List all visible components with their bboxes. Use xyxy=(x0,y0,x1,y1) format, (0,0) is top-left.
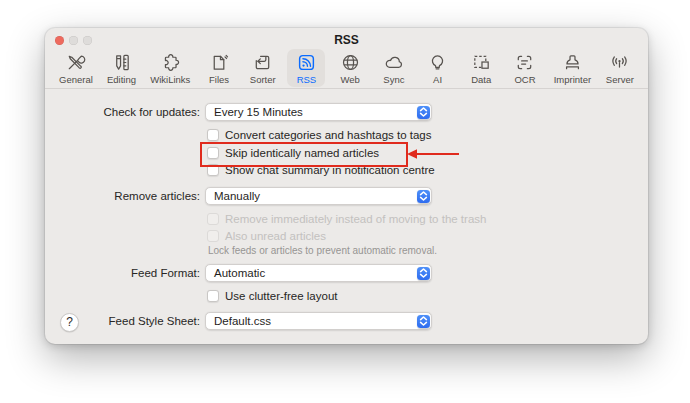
stepper-icon xyxy=(417,106,430,119)
data-frame-icon xyxy=(471,51,492,74)
puzzle-icon xyxy=(160,51,181,74)
feed-format-select[interactable]: Automatic xyxy=(205,264,432,282)
preferences-toolbar: General Editing WikiLi xyxy=(45,48,648,89)
toolbar-item-data[interactable]: Data xyxy=(462,49,500,87)
stepper-icon xyxy=(417,190,430,203)
toolbar-item-label: Files xyxy=(209,74,229,85)
annotation-arrow-icon xyxy=(406,146,461,164)
also-unread-checkbox xyxy=(207,230,219,242)
toolbar-item-label: Editing xyxy=(107,74,136,85)
toolbar-item-label: AI xyxy=(433,74,442,85)
checkbox-label: Convert categories and hashtags to tags xyxy=(225,129,432,141)
convert-categories-checkbox[interactable] xyxy=(207,129,219,141)
screenshot-canvas: RSS General xyxy=(0,0,690,403)
toolbar-item-general[interactable]: General xyxy=(55,49,97,87)
remove-articles-label: Remove articles: xyxy=(45,189,200,204)
toolbar-item-imprinter[interactable]: Imprinter xyxy=(550,49,595,87)
toolbar-item-label: RSS xyxy=(297,74,317,85)
toolbar-item-sync[interactable]: Sync xyxy=(375,49,413,87)
toolbar-item-wikilinks[interactable]: WikiLinks xyxy=(146,49,194,87)
toolbar-item-ocr[interactable]: OCR xyxy=(506,49,544,87)
toolbar-item-ai[interactable]: AI xyxy=(419,49,457,87)
stepper-icon xyxy=(417,315,430,328)
rss-preferences-window: RSS General xyxy=(45,28,648,344)
toolbar-item-web[interactable]: Web xyxy=(331,49,369,87)
selected-value: Manually xyxy=(214,188,260,204)
toolbar-item-server[interactable]: Server xyxy=(601,49,639,87)
help-button[interactable]: ? xyxy=(60,313,79,332)
stamp-icon xyxy=(562,51,583,74)
also-unread-row: Also unread articles xyxy=(207,229,326,242)
check-for-updates-label: Check for updates: xyxy=(45,105,200,120)
clutter-free-checkbox[interactable] xyxy=(207,290,219,302)
window-title: RSS xyxy=(45,33,648,47)
toolbar-item-label: Imprinter xyxy=(554,74,591,85)
toolbar-item-label: OCR xyxy=(514,74,535,85)
toolbar-item-label: Web xyxy=(340,74,359,85)
checkbox-label: Remove immediately instead of moving to … xyxy=(225,213,486,225)
cloud-icon xyxy=(383,51,404,74)
convert-categories-row: Convert categories and hashtags to tags xyxy=(207,128,432,141)
selected-value: Automatic xyxy=(214,265,265,281)
toolbar-item-label: General xyxy=(59,74,93,85)
remove-immediately-checkbox xyxy=(207,213,219,225)
rss-icon xyxy=(296,51,317,74)
sort-tray-icon xyxy=(252,51,273,74)
toolbar-item-label: WikiLinks xyxy=(150,74,190,85)
annotation-rectangle xyxy=(200,142,408,167)
antenna-icon xyxy=(609,51,630,74)
toolbar-item-label: Sorter xyxy=(250,74,276,85)
documents-icon xyxy=(209,51,230,74)
rss-settings-pane: Check for updates: Every 15 Minutes Conv… xyxy=(45,89,648,344)
checkbox-label: Use clutter-free layout xyxy=(225,290,338,302)
pencil-ruler-icon xyxy=(111,51,132,74)
remove-note: Lock feeds or articles to prevent automa… xyxy=(208,245,437,256)
check-for-updates-select[interactable]: Every 15 Minutes xyxy=(205,103,432,121)
checkbox-label: Also unread articles xyxy=(225,230,326,242)
stepper-icon xyxy=(417,267,430,280)
toolbar-item-label: Data xyxy=(471,74,491,85)
toolbar-item-rss[interactable]: RSS xyxy=(287,49,325,87)
feed-style-sheet-select[interactable]: Default.css xyxy=(205,312,432,330)
feed-format-label: Feed Format: xyxy=(45,266,200,281)
titlebar: RSS xyxy=(45,28,648,48)
globe-icon xyxy=(340,51,361,74)
toolbar-item-files[interactable]: Files xyxy=(200,49,238,87)
lightbulb-icon xyxy=(427,51,448,74)
selected-value: Every 15 Minutes xyxy=(214,104,303,120)
toolbar-item-editing[interactable]: Editing xyxy=(103,49,141,87)
toolbar-item-label: Sync xyxy=(383,74,404,85)
remove-articles-select[interactable]: Manually xyxy=(205,187,432,205)
wrench-screwdriver-icon xyxy=(65,51,86,74)
ocr-scan-icon xyxy=(514,51,535,74)
toolbar-item-sorter[interactable]: Sorter xyxy=(244,49,282,87)
remove-immediately-row: Remove immediately instead of moving to … xyxy=(207,212,486,225)
selected-value: Default.css xyxy=(214,313,271,329)
toolbar-item-label: Server xyxy=(606,74,634,85)
clutter-free-row: Use clutter-free layout xyxy=(207,289,338,302)
